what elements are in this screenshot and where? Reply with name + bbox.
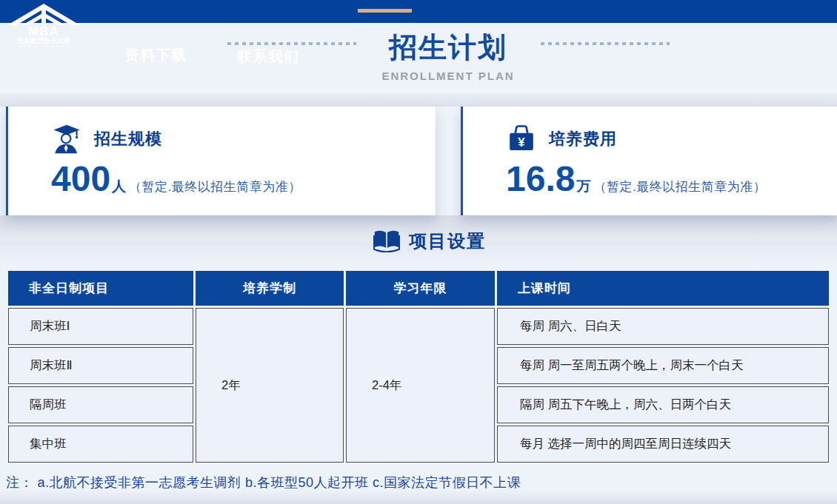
- svg-text:¥: ¥: [518, 135, 525, 149]
- study-years-cell: 2-4年: [346, 308, 495, 463]
- enrollment-count-value: 400: [51, 160, 110, 198]
- university-logo[interactable]: MBA 北京航空航天大学 BEIHANG UNIVERSITY: [6, 2, 81, 48]
- top-navy-bar: [0, 0, 837, 23]
- program-setup-title: 项目设置: [409, 229, 486, 253]
- class-time-cell: 每周 周六、日白天: [497, 308, 829, 345]
- logo-university-text: 北京航空航天大学: [16, 37, 70, 44]
- enrollment-plan-page: MBA 北京航空航天大学 BEIHANG UNIVERSITY 资料下载 联系我…: [0, 0, 837, 504]
- logo-university-caps: BEIHANG UNIVERSITY: [18, 44, 70, 48]
- column-header-class-time: 上课时间: [497, 271, 829, 306]
- tuition-fee-value: 16.8: [506, 160, 575, 198]
- duration-cell: 2年: [196, 308, 344, 463]
- gold-accent-line: [358, 9, 412, 13]
- column-header-study-years: 学习年限: [346, 271, 495, 306]
- column-header-duration: 培养学制: [196, 271, 344, 306]
- program-setup-header: 项目设置: [0, 229, 837, 253]
- page-subtitle: ENROLLMENT PLAN: [59, 70, 837, 82]
- program-name-cell: 隔周班: [8, 386, 193, 423]
- tuition-fee-unit: 万: [576, 177, 590, 196]
- card-title: 培养费用: [549, 128, 617, 150]
- open-book-icon: [373, 230, 400, 252]
- class-time-cell: 隔周 周五下午晚上，周六、日两个白天: [497, 386, 829, 423]
- program-name-cell: 周末班Ⅱ: [8, 347, 193, 384]
- program-name-cell: 集中班: [8, 426, 193, 463]
- tuition-fee-card: ¥ 培养费用 16.8 万 （暂定.最终以招生简章为准）: [461, 107, 837, 215]
- table-header-row: 非全日制项目 培养学制 学习年限 上课时间: [8, 271, 829, 306]
- card-title: 招生规模: [94, 128, 162, 150]
- footnote: 注： a.北航不接受非第一志愿考生调剂 b.各班型50人起开班 c.国家法定节假…: [6, 474, 521, 491]
- section-header: 招生计划 ENROLLMENT PLAN: [59, 30, 837, 82]
- class-time-cell: 每周 周一至周五两个晚上，周末一个白天: [497, 347, 829, 384]
- page-title: 招生计划: [59, 30, 837, 65]
- program-schedule-table: 非全日制项目 培养学制 学习年限 上课时间 周末班Ⅰ 2年 2-4年 每周 周六…: [6, 269, 831, 465]
- background-band-top: [0, 93, 837, 107]
- tuition-fee-note: （暂定.最终以招生简章为准）: [593, 178, 766, 195]
- enrollment-scale-card: 招生规模 400 人 （暂定.最终以招生简章为准）: [6, 107, 436, 215]
- yen-bag-icon: ¥: [506, 124, 537, 154]
- background-band-bottom: [0, 491, 837, 504]
- table-row: 周末班Ⅰ 2年 2-4年 每周 周六、日白天: [8, 308, 829, 345]
- beihang-wings-icon: [7, 4, 80, 25]
- graduate-icon: [51, 124, 82, 154]
- column-header-program: 非全日制项目: [8, 271, 193, 306]
- enrollment-count-unit: 人: [112, 177, 126, 196]
- class-time-cell: 每月 选择一周中的周四至周日连续四天: [497, 426, 829, 463]
- program-name-cell: 周末班Ⅰ: [8, 308, 193, 345]
- enrollment-count-note: （暂定.最终以招生简章为准）: [129, 178, 301, 195]
